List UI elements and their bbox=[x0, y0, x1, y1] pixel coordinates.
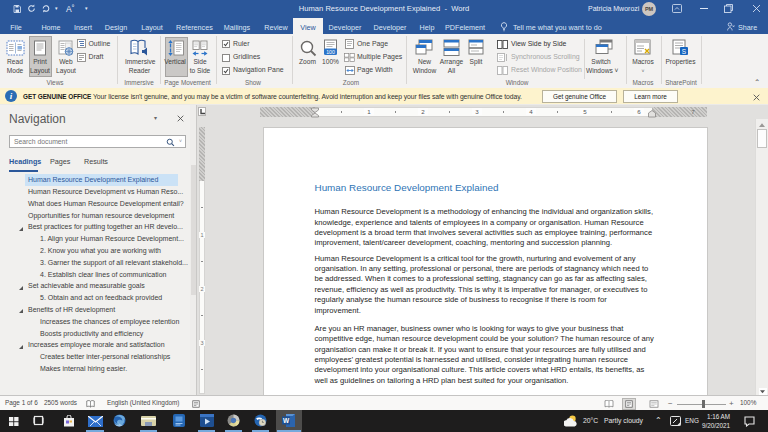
svg-text:W: W bbox=[283, 417, 290, 424]
svg-text:S: S bbox=[682, 48, 687, 55]
svg-text:100: 100 bbox=[326, 49, 335, 55]
